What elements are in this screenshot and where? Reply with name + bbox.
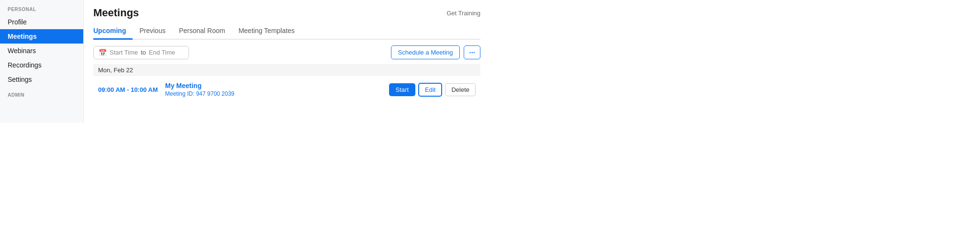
page-title: Meetings bbox=[93, 7, 139, 19]
meeting-list: Mon, Feb 22 09:00 AM - 10:00 AM My Meeti… bbox=[93, 64, 480, 122]
start-time-placeholder: Start Time bbox=[110, 49, 138, 56]
meeting-name: My Meeting bbox=[165, 82, 384, 89]
meeting-time: 09:00 AM - 10:00 AM bbox=[98, 86, 160, 93]
meeting-id: Meeting ID: 947 9700 2039 bbox=[165, 90, 384, 97]
sidebar-item-webinars[interactable]: Webinars bbox=[0, 44, 83, 58]
tab-personal-room[interactable]: Personal Room bbox=[172, 24, 232, 40]
sidebar-item-recordings[interactable]: Recordings bbox=[0, 58, 83, 72]
meeting-date-header: Mon, Feb 22 bbox=[93, 64, 480, 76]
get-training-link[interactable]: Get Training bbox=[446, 10, 480, 17]
sidebar-item-label: Recordings bbox=[8, 61, 42, 69]
date-separator: to bbox=[141, 49, 146, 56]
toolbar: 📅 Start Time to End Time Schedule a Meet… bbox=[93, 45, 480, 59]
main-content: Meetings Get Training Upcoming Previous … bbox=[84, 0, 490, 122]
tab-meeting-templates[interactable]: Meeting Templates bbox=[232, 24, 301, 40]
tab-upcoming[interactable]: Upcoming bbox=[93, 24, 133, 40]
start-button[interactable]: Start bbox=[389, 83, 415, 96]
meeting-actions: Start Edit Delete bbox=[389, 83, 476, 97]
toolbar-right: Schedule a Meeting ··· bbox=[391, 45, 480, 59]
sidebar-item-label: Profile bbox=[8, 18, 27, 26]
sidebar-item-meetings[interactable]: Meetings bbox=[0, 29, 83, 44]
date-range-picker[interactable]: 📅 Start Time to End Time bbox=[93, 46, 189, 59]
sidebar-item-label: Meetings bbox=[8, 33, 37, 40]
sidebar-item-profile[interactable]: Profile bbox=[0, 15, 83, 29]
sidebar-item-label: Settings bbox=[8, 76, 32, 83]
end-time-placeholder: End Time bbox=[149, 49, 175, 56]
edit-button[interactable]: Edit bbox=[418, 83, 442, 97]
sidebar: PERSONAL Profile Meetings Webinars Recor… bbox=[0, 0, 84, 122]
tab-bar: Upcoming Previous Personal Room Meeting … bbox=[93, 24, 480, 40]
sidebar-item-settings[interactable]: Settings bbox=[0, 72, 83, 87]
more-options-button[interactable]: ··· bbox=[464, 45, 480, 59]
sidebar-section-admin: ADMIN bbox=[0, 92, 83, 100]
table-row: 09:00 AM - 10:00 AM My Meeting Meeting I… bbox=[93, 79, 480, 100]
delete-button[interactable]: Delete bbox=[445, 83, 476, 96]
sidebar-item-label: Webinars bbox=[8, 47, 36, 55]
meeting-info: My Meeting Meeting ID: 947 9700 2039 bbox=[165, 82, 384, 97]
sidebar-section-personal: PERSONAL bbox=[0, 7, 83, 15]
main-header: Meetings Get Training bbox=[93, 7, 480, 19]
calendar-icon: 📅 bbox=[99, 49, 107, 56]
schedule-meeting-button[interactable]: Schedule a Meeting bbox=[391, 45, 460, 59]
tab-previous[interactable]: Previous bbox=[133, 24, 172, 40]
